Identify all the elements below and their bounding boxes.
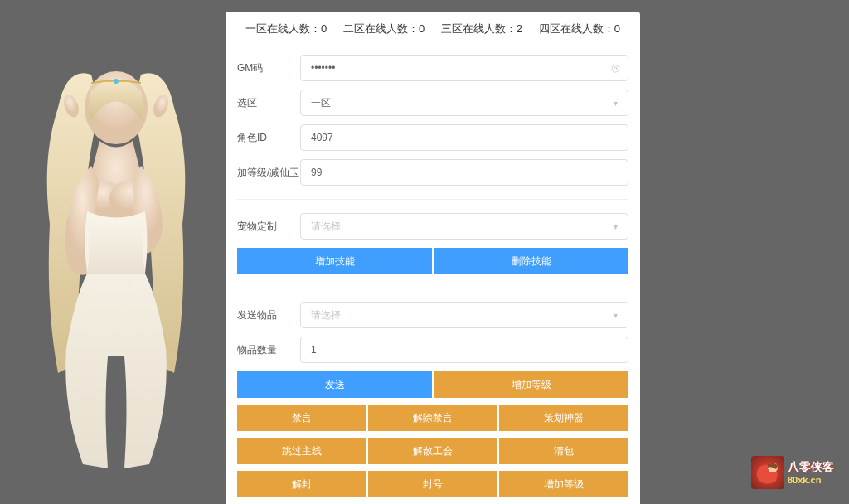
gm-code-input[interactable]: •••••••◎ — [300, 55, 628, 81]
skip-main-button[interactable]: 跳过主线 — [237, 438, 366, 464]
level-input[interactable]: 99 — [300, 159, 628, 186]
level-label: 加等级/减仙玉 — [237, 166, 300, 180]
admin-panel: 一区在线人数：0 二区在线人数：0 三区在线人数：2 四区在线人数：0 GM码 … — [226, 12, 640, 504]
unban-button[interactable]: 解封 — [237, 471, 366, 497]
zone1-count: 一区在线人数：0 — [245, 22, 327, 35]
pet-select[interactable]: 请选择▾ — [300, 213, 628, 240]
role-id-label: 角色ID — [237, 131, 300, 145]
add-level-button[interactable]: 增加等级 — [434, 371, 628, 398]
plan-weapon-button[interactable]: 策划神器 — [499, 405, 628, 431]
role-id-input[interactable]: 4097 — [300, 124, 628, 151]
zone-label: 选区 — [237, 96, 300, 110]
eye-icon[interactable]: ◎ — [611, 62, 619, 74]
mute-button[interactable]: 禁言 — [237, 405, 366, 431]
zone-select[interactable]: 一区▾ — [300, 90, 628, 116]
character-illustration — [17, 58, 232, 497]
watermark-en: 80xk.cn — [788, 475, 834, 485]
send-item-label: 发送物品 — [237, 308, 300, 322]
send-item-select[interactable]: 请选择▾ — [300, 302, 628, 328]
qty-input[interactable]: 1 — [300, 337, 628, 363]
clear-bag-button[interactable]: 清包 — [499, 438, 628, 464]
watermark-logo: 八零侠客 80xk.cn — [751, 448, 842, 497]
chevron-down-icon: ▾ — [614, 311, 618, 320]
zone4-count: 四区在线人数：0 — [539, 22, 620, 35]
add-skill-button[interactable]: 增加技能 — [237, 248, 432, 274]
del-skill-button[interactable]: 删除技能 — [434, 248, 628, 274]
online-stats-header: 一区在线人数：0 二区在线人数：0 三区在线人数：2 四区在线人数：0 — [226, 12, 640, 46]
gm-code-label: GM码 — [237, 61, 300, 75]
qty-label: 物品数量 — [237, 343, 300, 357]
ban-button[interactable]: 封号 — [368, 471, 497, 497]
zone3-count: 三区在线人数：2 — [441, 22, 522, 35]
chevron-down-icon: ▾ — [614, 99, 618, 108]
dissolve-guild-button[interactable]: 解散工会 — [368, 438, 497, 464]
watermark-cn: 八零侠客 — [788, 460, 834, 475]
unmute-button[interactable]: 解除禁言 — [368, 405, 497, 431]
svg-point-5 — [114, 79, 119, 84]
logo-icon — [751, 456, 784, 489]
zone2-count: 二区在线人数：0 — [343, 22, 424, 35]
chevron-down-icon: ▾ — [614, 222, 618, 231]
pet-label: 宠物定制 — [237, 220, 300, 234]
send-button[interactable]: 发送 — [237, 371, 432, 398]
add-level2-button[interactable]: 增加等级 — [499, 471, 628, 497]
